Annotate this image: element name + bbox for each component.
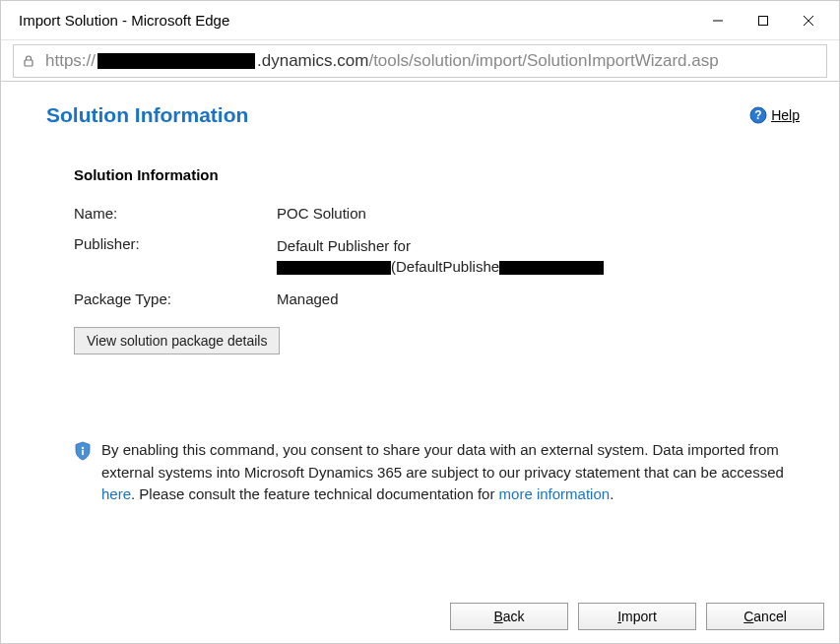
window-title: Import Solution - Microsoft Edge [19, 12, 695, 29]
field-package-type: Package Type: Managed [74, 290, 800, 307]
shield-icon [74, 441, 92, 461]
package-type-value: Managed [277, 290, 800, 307]
header-row: Solution Information ? Help [46, 103, 800, 127]
help-icon: ? [749, 106, 767, 124]
svg-rect-1 [759, 16, 768, 25]
cancel-button[interactable]: Cancel [706, 603, 824, 630]
package-type-label: Package Type: [74, 290, 277, 307]
maximize-button[interactable] [741, 1, 786, 40]
page-title: Solution Information [46, 103, 248, 127]
name-value: POC Solution [277, 205, 800, 222]
publisher-label: Publisher: [74, 235, 277, 277]
address-bar: https:// .dynamics.com /tools/solution/i… [1, 40, 839, 82]
svg-rect-4 [25, 60, 32, 66]
redacted-text [277, 261, 391, 275]
svg-rect-8 [82, 450, 84, 455]
redacted-text [499, 261, 604, 275]
field-publisher: Publisher: Default Publisher for (Defaul… [74, 235, 800, 277]
consent-end: . [610, 485, 614, 502]
svg-text:?: ? [755, 108, 762, 122]
titlebar: Import Solution - Microsoft Edge [1, 1, 839, 40]
name-label: Name: [74, 205, 277, 222]
consent-mid: . Please consult the feature technical d… [131, 485, 499, 502]
url-host-suffix: .dynamics.com [257, 51, 368, 71]
close-button[interactable] [786, 1, 831, 40]
url-field[interactable]: https:// .dynamics.com /tools/solution/i… [13, 44, 827, 78]
section-title: Solution Information [74, 166, 800, 183]
back-button[interactable]: Back [450, 603, 568, 630]
privacy-link[interactable]: here [101, 485, 131, 502]
minimize-button[interactable] [695, 1, 741, 40]
help-label-first: H [771, 107, 781, 123]
svg-point-7 [82, 447, 84, 449]
consent-text: By enabling this command, you consent to… [101, 439, 800, 506]
help-link[interactable]: ? Help [749, 106, 800, 124]
publisher-mid: (DefaultPublishe [391, 258, 499, 275]
consent-pre: By enabling this command, you consent to… [101, 441, 784, 481]
help-label-rest: elp [781, 107, 800, 123]
more-info-link[interactable]: more information [499, 485, 611, 502]
publisher-line2: (DefaultPublishe [277, 256, 800, 277]
field-name: Name: POC Solution [74, 205, 800, 222]
url-path: /tools/solution/import/SolutionImportWiz… [368, 51, 718, 71]
import-button[interactable]: Import [578, 603, 696, 630]
consent-box: By enabling this command, you consent to… [74, 439, 800, 506]
view-details-button[interactable]: View solution package details [74, 327, 280, 354]
content-area: Solution Information ? Help Solution Inf… [1, 82, 839, 518]
publisher-value: Default Publisher for (DefaultPublishe [277, 235, 800, 277]
publisher-line1: Default Publisher for [277, 235, 800, 256]
lock-icon [22, 54, 35, 68]
footer-buttons: Back Import Cancel [450, 603, 824, 630]
url-scheme: https:// [45, 51, 96, 71]
redacted-host [97, 53, 255, 69]
